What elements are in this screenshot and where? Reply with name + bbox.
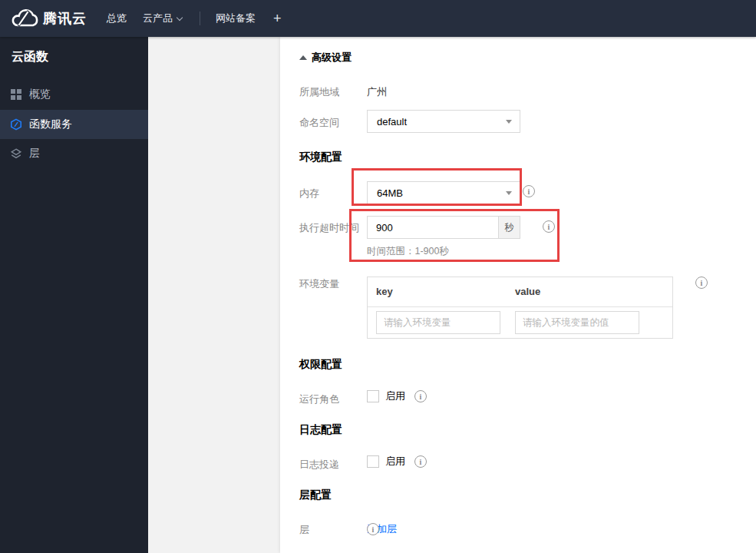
advanced-settings-toggle[interactable]: 高级设置 <box>299 51 352 65</box>
advanced-settings-label: 高级设置 <box>312 51 352 65</box>
timeout-input[interactable] <box>367 216 499 239</box>
env-vars-table: key value <box>367 276 673 339</box>
section-env-config: 环境配置 <box>299 151 342 164</box>
main-content: 高级设置 所属地域 广州 命名空间 default 环境配置 内存 64MB i… <box>280 37 756 553</box>
secondary-panel <box>148 37 280 553</box>
timeout-label: 执行超时时间 <box>299 221 359 235</box>
sidebar-item-label: 概览 <box>29 88 51 101</box>
env-vars-label: 环境变量 <box>299 277 339 291</box>
section-permission-config: 权限配置 <box>299 358 342 372</box>
memory-info-icon[interactable]: i <box>523 185 535 197</box>
log-enable-label[interactable]: 启用 <box>385 455 405 469</box>
timeout-info-icon[interactable]: i <box>543 220 555 233</box>
grid-icon <box>10 88 22 101</box>
timeout-hint: 时间范围：1-900秒 <box>367 245 449 258</box>
namespace-selected-value: default <box>377 116 407 127</box>
role-info-icon[interactable]: i <box>414 390 427 402</box>
region-value: 广州 <box>367 85 387 99</box>
role-enable-row: 启用 i <box>367 389 427 403</box>
tencent-cloud-logo-icon[interactable] <box>10 8 39 29</box>
topnav-divider <box>200 12 200 25</box>
sidebar-item-label: 函数服务 <box>29 118 72 131</box>
topnav-products[interactable]: 云产品 <box>143 0 182 37</box>
timeout-input-group: 秒 <box>367 216 520 239</box>
layer-info-icon[interactable]: i <box>367 523 379 535</box>
log-info-icon[interactable]: i <box>414 455 427 468</box>
env-vars-info-icon[interactable]: i <box>695 276 708 289</box>
memory-selected-value: 64MB <box>377 187 403 199</box>
timeout-unit: 秒 <box>499 216 520 239</box>
role-enable-checkbox[interactable] <box>367 390 379 402</box>
region-label: 所属地域 <box>299 85 339 99</box>
namespace-label: 命名空间 <box>299 116 339 130</box>
sidebar-item-overview[interactable]: 概览 <box>0 80 148 109</box>
memory-select[interactable]: 64MB <box>367 181 520 204</box>
caret-down-icon <box>506 191 512 195</box>
layers-icon <box>10 147 22 160</box>
env-key-input[interactable] <box>376 311 500 334</box>
sidebar-item-label: 层 <box>29 147 40 161</box>
sidebar-title: 云函数 <box>12 49 48 65</box>
chevron-down-icon <box>177 15 183 21</box>
table-divider <box>368 306 672 307</box>
sidebar: 云函数 概览 函数服务 层 <box>0 37 148 553</box>
page: 腾讯云 总览 云产品 网站备案 + 云函数 概览 函数服务 <box>0 0 756 553</box>
top-navbar: 腾讯云 总览 云产品 网站备案 + <box>0 0 756 37</box>
env-key-header: key <box>376 286 393 297</box>
namespace-select[interactable]: default <box>367 110 520 133</box>
topnav-beian[interactable]: 网站备案 <box>216 0 256 37</box>
topnav-overview[interactable]: 总览 <box>107 0 127 37</box>
role-label: 运行角色 <box>299 392 339 406</box>
sidebar-item-function-service[interactable]: 函数服务 <box>0 110 148 139</box>
layer-row: 添加层 i <box>367 522 397 536</box>
section-layer-config: 层配置 <box>299 488 332 502</box>
log-enable-checkbox[interactable] <box>367 455 379 468</box>
add-tab-button[interactable]: + <box>273 0 282 37</box>
role-enable-label[interactable]: 启用 <box>385 389 405 403</box>
triangle-up-icon <box>299 55 307 60</box>
function-icon <box>10 118 22 131</box>
env-value-header: value <box>515 286 540 297</box>
log-delivery-label: 日志投递 <box>299 458 339 472</box>
env-value-input[interactable] <box>515 311 639 334</box>
sidebar-item-layers[interactable]: 层 <box>0 139 148 168</box>
log-enable-row: 启用 i <box>367 455 427 469</box>
memory-label: 内存 <box>299 187 319 200</box>
section-log-config: 日志配置 <box>299 423 342 437</box>
brand-title[interactable]: 腾讯云 <box>43 0 87 37</box>
layer-label: 层 <box>299 523 309 537</box>
caret-down-icon <box>506 120 512 124</box>
